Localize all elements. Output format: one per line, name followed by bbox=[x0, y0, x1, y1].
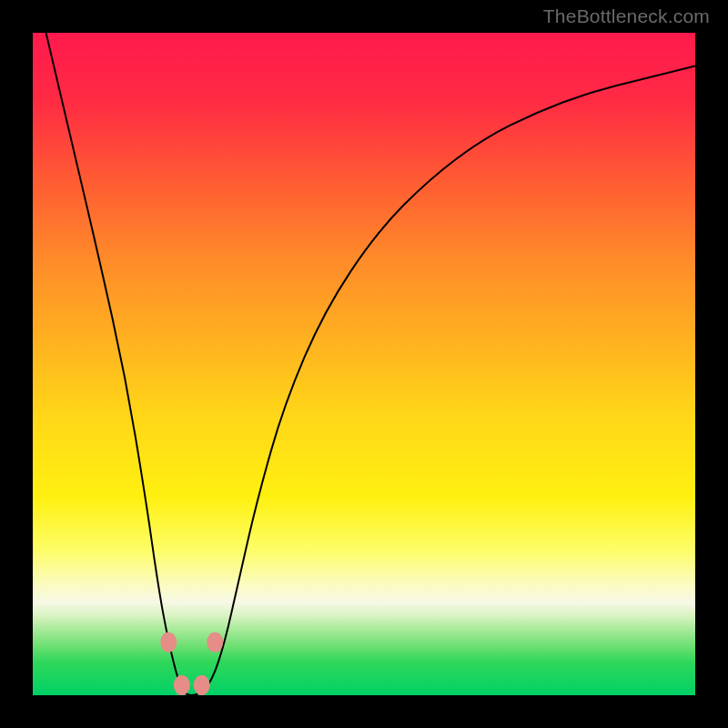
marker-blob bbox=[194, 675, 210, 695]
plot-area bbox=[33, 33, 695, 695]
marker-blob bbox=[160, 632, 177, 652]
watermark-text: TheBottleneck.com bbox=[543, 5, 710, 27]
curve-svg bbox=[33, 33, 695, 695]
marker-blob bbox=[174, 675, 190, 695]
chart-frame: TheBottleneck.com bbox=[0, 0, 728, 728]
markers bbox=[160, 632, 223, 695]
bottleneck-curve bbox=[46, 33, 695, 695]
marker-blob bbox=[207, 632, 223, 652]
